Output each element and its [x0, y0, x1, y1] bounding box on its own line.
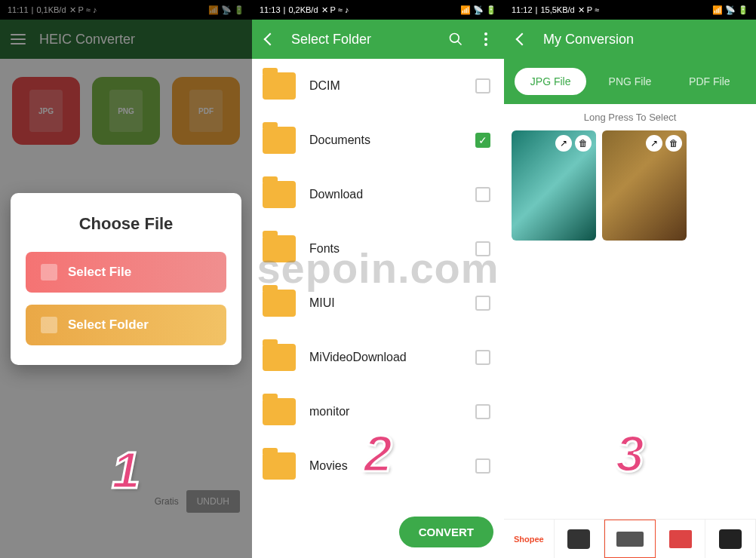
convert-button[interactable]: CONVERT: [399, 517, 493, 547]
step-badge-3: 3: [616, 424, 644, 483]
share-icon[interactable]: ↗: [646, 135, 662, 152]
ad-strip[interactable]: Shopee: [504, 519, 756, 558]
folder-checkbox[interactable]: [475, 187, 490, 202]
folder-row[interactable]: Documents ✓: [252, 113, 504, 167]
folder-icon: [263, 181, 296, 208]
delete-icon[interactable]: 🗑: [575, 135, 592, 152]
folder-name: Fonts: [309, 242, 462, 256]
folder-row[interactable]: MIUI: [252, 276, 504, 330]
svg-point-2: [484, 32, 487, 35]
folder-name: MIUI: [309, 296, 462, 310]
folder-icon: [263, 290, 296, 317]
thumbnail-1[interactable]: ↗ 🗑: [512, 130, 596, 241]
folder-name: MiVideoDownload: [309, 351, 462, 364]
screen-2-select-folder: 11:13 | 0,2KB/d ✕ P ≈ ♪ 📶 📡 🔋 Select Fol…: [252, 0, 504, 558]
choose-file-dialog: Choose File Select File Select Folder: [11, 193, 241, 365]
folder-icon: [263, 127, 296, 154]
tab-pdf[interactable]: PDF File: [674, 68, 745, 95]
thumbnail-grid: ↗ 🗑 ↗ 🗑: [504, 130, 756, 241]
share-icon[interactable]: ↗: [555, 135, 572, 152]
hint-text: Long Press To Select: [504, 104, 756, 130]
folder-checkbox[interactable]: [475, 350, 490, 365]
app-bar: Select Folder: [252, 20, 504, 59]
status-time: 11:13: [260, 5, 281, 14]
status-bar: 11:12 | 15,5KB/d ✕ P ≈ 📶 📡 🔋: [504, 0, 756, 20]
search-icon[interactable]: [447, 30, 465, 48]
status-right: 📶 📡 🔋: [460, 5, 496, 15]
folder-checkbox[interactable]: [475, 241, 490, 256]
folder-name: monitor: [309, 405, 462, 418]
status-icons: ✕ P ≈: [578, 5, 599, 15]
status-icons: ✕ P ≈ ♪: [321, 5, 349, 15]
screen-3-my-conversion: 11:12 | 15,5KB/d ✕ P ≈ 📶 📡 🔋 My Conversi…: [504, 0, 756, 558]
folder-row[interactable]: Download: [252, 167, 504, 222]
back-button[interactable]: [513, 30, 531, 48]
folder-row[interactable]: Fonts: [252, 222, 504, 276]
ad-cell-5[interactable]: [705, 520, 756, 558]
tab-png[interactable]: PNG File: [594, 68, 665, 95]
ad-cell-4[interactable]: [656, 520, 706, 558]
thumbnail-2[interactable]: ↗ 🗑: [602, 130, 687, 241]
ad-cell-3[interactable]: [604, 520, 656, 558]
app-title: Select Folder: [291, 32, 435, 48]
svg-point-0: [450, 34, 459, 43]
svg-line-1: [458, 41, 462, 45]
status-net: 15,5KB/d: [540, 5, 574, 14]
dialog-title: Choose File: [26, 214, 226, 234]
file-type-tabs: JPG File PNG File PDF File: [504, 59, 756, 104]
folder-checkbox[interactable]: [475, 296, 490, 311]
status-right: 📶 📡 🔋: [712, 5, 748, 15]
app-title: My Conversion: [543, 32, 747, 48]
folder-icon: [263, 398, 296, 425]
folder-checkbox[interactable]: ✓: [475, 133, 490, 148]
folder-row[interactable]: DCIM: [252, 59, 504, 113]
folder-name: Documents: [309, 133, 462, 147]
status-net: 0,2KB/d: [288, 5, 318, 14]
folder-icon: [263, 452, 296, 480]
folder-icon: [263, 72, 296, 100]
folder-icon: [263, 235, 296, 262]
folder-checkbox[interactable]: [475, 458, 490, 474]
folder-row[interactable]: MiVideoDownload: [252, 330, 504, 385]
folder-checkbox[interactable]: [475, 78, 490, 94]
status-time: 11:12: [512, 5, 533, 14]
step-badge-2: 2: [364, 424, 392, 483]
folder-name: DCIM: [309, 79, 462, 93]
delete-icon[interactable]: 🗑: [665, 135, 682, 152]
step-badge-1: 1: [112, 440, 140, 499]
select-folder-button[interactable]: Select Folder: [26, 305, 226, 345]
folder-name: Download: [309, 188, 462, 201]
status-bar: 11:13 | 0,2KB/d ✕ P ≈ ♪ 📶 📡 🔋: [252, 0, 504, 20]
screen-1-heic-converter: 11:11 | 0,1KB/d ✕ P ≈ ♪ 📶 📡 🔋 HEIC Conve…: [0, 0, 252, 558]
back-button[interactable]: [261, 30, 279, 48]
folder-icon: [41, 317, 57, 333]
image-icon: [41, 264, 57, 281]
folder-checkbox[interactable]: [475, 404, 490, 419]
select-file-button[interactable]: Select File: [26, 252, 226, 293]
overflow-menu-icon[interactable]: [477, 30, 495, 48]
folder-icon: [263, 344, 296, 371]
svg-point-4: [484, 43, 487, 46]
svg-point-3: [484, 38, 487, 41]
app-bar: My Conversion: [504, 20, 756, 59]
tab-jpg[interactable]: JPG File: [515, 68, 586, 95]
ad-cell-2[interactable]: [555, 520, 605, 558]
ad-shopee[interactable]: Shopee: [504, 520, 555, 558]
